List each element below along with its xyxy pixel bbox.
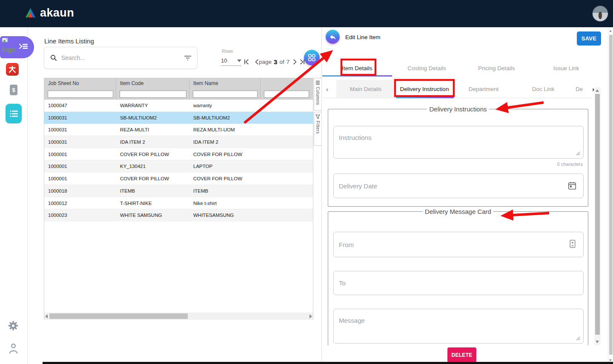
cell-item-code: WARRANTY	[116, 100, 189, 111]
search-icon	[50, 54, 57, 61]
table-row[interactable]: 1000012 T-SHIRT-NIKE Nike t-shirt	[44, 197, 313, 210]
subtab-doc-link[interactable]: Doc Link	[513, 80, 573, 98]
cell-item-code: REZA-MULTI	[116, 124, 189, 136]
column-filter-input[interactable]	[48, 91, 113, 98]
detail-scrollbar[interactable]	[594, 87, 601, 345]
filters-tool-label: Filters	[315, 121, 320, 134]
window-scrollbar[interactable]	[608, 27, 613, 364]
cell-extra	[261, 136, 312, 148]
resize-handle-icon[interactable]	[576, 336, 580, 341]
sidebar-item-money-doc[interactable]: $	[9, 84, 18, 97]
delete-button[interactable]: DELETE	[447, 347, 476, 362]
back-button[interactable]	[326, 30, 340, 44]
resize-handle-icon[interactable]	[576, 151, 580, 156]
subtab-delivery-instruction[interactable]: Delivery Instruction	[395, 80, 454, 98]
list-icon	[10, 110, 18, 117]
tab-issue-link[interactable]: Issue Link	[531, 60, 601, 77]
first-page-button[interactable]	[243, 58, 250, 65]
scroll-down-arrow[interactable]	[596, 341, 599, 343]
column-header: Item Code	[116, 78, 189, 89]
gear-icon	[8, 321, 18, 331]
user-avatar[interactable]	[593, 6, 608, 21]
scroll-right-arrow[interactable]	[309, 314, 312, 318]
subtabs-scroll-left[interactable]: ‹	[326, 80, 328, 98]
cell-extra	[261, 100, 312, 111]
total-pages: 7	[286, 59, 290, 65]
search-input[interactable]	[60, 54, 184, 62]
section-legend: Delivery Message Card	[423, 208, 493, 215]
sidebar-item-red-app[interactable]	[6, 63, 19, 76]
brand-logo: akaun	[25, 6, 74, 20]
filter-list-icon[interactable]	[184, 55, 191, 61]
filters-tool-button[interactable]: Filters	[314, 112, 322, 146]
table-filter-row	[44, 89, 313, 100]
horizontal-scroll-thumb[interactable]	[49, 313, 188, 319]
subtab-department[interactable]: Department	[454, 80, 513, 98]
cell-item-name: WHITESAMSUNG	[189, 209, 261, 222]
sidebar-collapse-header[interactable]: logo	[0, 36, 34, 58]
cell-item-code: KY_130421	[116, 160, 189, 173]
column-header: Job Sheet No	[44, 78, 116, 89]
tab-pricing-details[interactable]: Pricing Details	[462, 60, 532, 77]
column-filter-input[interactable]	[120, 91, 186, 98]
cell-item-name: COVER FOR PILLOW	[189, 173, 261, 185]
app-screen: akaun logo $	[0, 0, 613, 364]
table-row[interactable]: 1000031 REZA-MULTI REZA MULTI-UOM	[44, 124, 313, 136]
table-row[interactable]: 1000047 WARRANTY warranty	[44, 100, 313, 112]
cell-item-code: ITEMB	[116, 185, 189, 197]
instructions-textarea[interactable]	[333, 126, 584, 159]
table-row[interactable]: 1000001 COVER FOR PILLOW COVER FOR PILLO…	[44, 173, 313, 185]
settings-button[interactable]	[8, 321, 18, 333]
column-filter-input[interactable]	[193, 91, 258, 98]
cell-extra	[261, 197, 312, 209]
cell-item-name: COVER FOR PILLOW	[189, 148, 261, 160]
columns-tool-button[interactable]: Columns	[314, 78, 322, 111]
horizontal-scrollbar[interactable]	[44, 313, 313, 320]
cell-job-sheet-no: 1000031	[44, 136, 116, 148]
message-textarea[interactable]	[333, 309, 584, 344]
menu-collapse-icon	[19, 43, 28, 50]
dollar-doc-icon: $	[9, 84, 18, 96]
scroll-up-arrow[interactable]	[596, 89, 599, 92]
broken-image-icon	[2, 38, 8, 43]
page-indicator: page 3 of 7	[259, 58, 289, 65]
detail-tabs: Item Details Costing Details Pricing Det…	[322, 60, 601, 77]
window-scroll-down[interactable]	[609, 359, 612, 361]
table-row[interactable]: 1000001 KY_130421 LAPTOP	[44, 160, 313, 173]
cell-extra	[261, 148, 312, 160]
subtab-truncated[interactable]: De	[576, 80, 592, 98]
table-row[interactable]: 1000023 WHITE SAMSUNG WHITESAMSUNG	[44, 209, 313, 222]
detail-scroll-thumb[interactable]	[595, 94, 600, 335]
page-title: Line Items Listing	[44, 37, 94, 45]
save-button[interactable]: SAVE	[577, 31, 601, 46]
cell-item-name: REZA MULTI-UOM	[189, 124, 261, 136]
table-row[interactable]: 1000001 COVER FOR PILLOW COVER FOR PILLO…	[44, 148, 313, 161]
apps-grid-button[interactable]	[304, 50, 320, 65]
table-row[interactable]: 1000018 ITEMB ITEMB	[44, 185, 313, 197]
contact-pick-icon[interactable]	[569, 239, 576, 248]
table-row[interactable]: 1000031 IDA ITEM 2 IDA ITEM 2	[44, 136, 313, 148]
tab-item-details[interactable]: Item Details	[322, 60, 392, 77]
delivery-message-card-section: Delivery Message Card 0 characters	[328, 208, 588, 345]
table-row[interactable]: 1000031 SB-MULTIUOM2 SB-MULTIUOM2	[44, 112, 313, 124]
cell-item-code: SB-MULTIUOM2	[116, 112, 189, 124]
window-scroll-up[interactable]	[609, 30, 612, 32]
to-input[interactable]	[333, 271, 584, 295]
sidebar-item-listing-active[interactable]	[6, 104, 22, 123]
calendar-icon[interactable]	[567, 181, 577, 191]
delivery-date-input[interactable]	[333, 173, 584, 198]
subtab-main-details[interactable]: Main Details	[336, 80, 395, 98]
cell-job-sheet-no: 1000012	[44, 197, 116, 209]
cell-item-name: Nike t-shirt	[189, 197, 261, 209]
cell-item-name: LAPTOP	[189, 160, 261, 173]
profile-button[interactable]	[9, 343, 18, 356]
scroll-left-arrow[interactable]	[45, 314, 48, 318]
window-scroll-thumb[interactable]	[609, 35, 613, 355]
cell-job-sheet-no: 1000018	[44, 185, 116, 197]
from-input[interactable]	[333, 232, 584, 257]
bottom-edge	[43, 362, 613, 364]
column-filter-input[interactable]	[264, 91, 309, 98]
detail-scroll-area: Delivery Instructions 0 characters Deliv…	[322, 98, 594, 345]
rows-per-page-select[interactable]: 10	[221, 56, 241, 66]
tab-costing-details[interactable]: Costing Details	[392, 60, 462, 77]
